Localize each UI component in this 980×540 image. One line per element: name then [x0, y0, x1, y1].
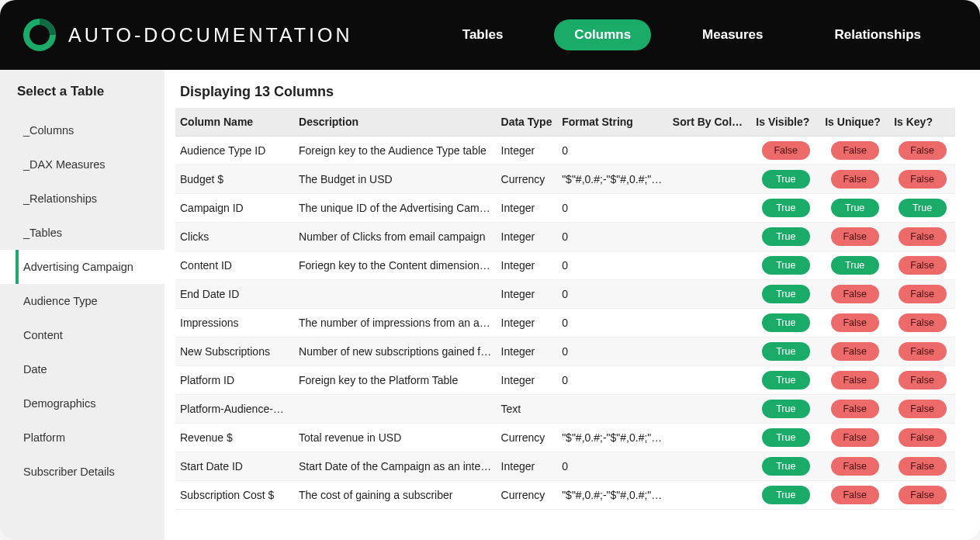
cell-name: New Subscriptions — [175, 338, 294, 366]
sidebar-item-demographics[interactable]: Demographics — [0, 386, 164, 421]
sidebar: Select a Table _Columns_DAX Measures_Rel… — [0, 70, 164, 540]
sidebar-item-date[interactable]: Date — [0, 352, 164, 386]
cell-dtype: Currency — [497, 165, 558, 194]
cell-vis: False — [751, 137, 820, 165]
col-header-desc[interactable]: Description — [294, 108, 497, 137]
sidebar-item--columns[interactable]: _Columns — [0, 113, 164, 147]
sidebar-list: _Columns_DAX Measures_Relationships_Tabl… — [0, 113, 164, 489]
sidebar-item--dax-measures[interactable]: _DAX Measures — [0, 147, 164, 182]
cell-dtype: Integer — [497, 137, 558, 165]
cell-fmt: 0 — [557, 366, 668, 395]
nav-item-tables[interactable]: Tables — [442, 19, 524, 50]
cell-uniq: False — [820, 309, 889, 338]
nav-item-columns[interactable]: Columns — [554, 19, 651, 50]
vis-pill: True — [762, 256, 810, 275]
table-row[interactable]: Subscription Cost $The cost of gaining a… — [175, 481, 955, 510]
uniq-pill: False — [831, 486, 879, 504]
brand-text: AUTO-DOCUMENTATION — [68, 24, 352, 47]
key-pill: False — [899, 371, 947, 389]
col-header-key[interactable]: Is Key? — [889, 108, 955, 137]
table-row[interactable]: Budget $The Budget in USDCurrency"$"#,0.… — [175, 165, 955, 194]
cell-desc: Start Date of the Campaign as an integer — [294, 452, 497, 481]
col-header-uniq[interactable]: Is Unique? — [820, 108, 889, 137]
cell-sort — [668, 280, 752, 309]
body-layout: Select a Table _Columns_DAX Measures_Rel… — [0, 70, 980, 540]
cell-vis: True — [751, 194, 820, 223]
table-row[interactable]: End Date IDInteger0TrueFalseFalse — [175, 280, 955, 309]
header-bar: AUTO-DOCUMENTATION TablesColumnsMeasures… — [0, 0, 980, 70]
table-row[interactable]: Platform IDForeign key to the Platform T… — [175, 366, 955, 395]
uniq-pill: False — [831, 457, 879, 476]
cell-key: False — [889, 280, 955, 309]
cell-fmt: 0 — [557, 338, 668, 366]
uniq-pill: True — [831, 199, 879, 217]
cell-name: Clicks — [175, 223, 294, 251]
cell-uniq: False — [820, 165, 889, 194]
table-row[interactable]: ImpressionsThe number of impressions fro… — [175, 309, 955, 338]
uniq-pill: False — [831, 400, 879, 418]
cell-fmt: "$"#,0.#;-"$"#,0.#;"$... — [557, 165, 668, 194]
key-pill: False — [899, 400, 947, 418]
cell-name: Subscription Cost $ — [175, 481, 294, 510]
sidebar-item-platform[interactable]: Platform — [0, 421, 164, 455]
col-header-dtype[interactable]: Data Type — [497, 108, 558, 137]
col-header-name[interactable]: Column Name — [175, 108, 294, 137]
cell-vis: True — [751, 395, 820, 424]
key-pill: True — [899, 199, 947, 217]
uniq-pill: False — [831, 371, 879, 389]
cell-sort — [668, 395, 752, 424]
uniq-pill: False — [831, 313, 879, 332]
col-header-fmt[interactable]: Format String — [557, 108, 668, 137]
table-row[interactable]: Revenue $Total revenue in USDCurrency"$"… — [175, 424, 955, 452]
nav-item-measures[interactable]: Measures — [682, 19, 783, 50]
cell-fmt: "$"#,0.#;-"$"#,0.#;"$... — [557, 481, 668, 510]
cell-name: End Date ID — [175, 280, 294, 309]
sidebar-item-subscriber-details[interactable]: Subscriber Details — [0, 455, 164, 489]
sidebar-item-advertising-campaign[interactable]: Advertising Campaign — [0, 250, 164, 284]
key-pill: False — [899, 141, 947, 160]
top-nav: TablesColumnsMeasuresRelationships — [442, 19, 941, 50]
cell-desc: The Budget in USD — [294, 165, 497, 194]
nav-item-relationships[interactable]: Relationships — [815, 19, 941, 50]
table-row[interactable]: New SubscriptionsNumber of new subscript… — [175, 338, 955, 366]
table-row[interactable]: Content IDForiegn key to the Content dim… — [175, 251, 955, 280]
cell-dtype: Integer — [497, 366, 558, 395]
uniq-pill: False — [831, 285, 879, 303]
vis-pill: True — [762, 428, 810, 447]
cell-name: Content ID — [175, 251, 294, 280]
cell-uniq: False — [820, 395, 889, 424]
cell-desc: Total revenue in USD — [294, 424, 497, 452]
table-row[interactable]: Audience Type IDForeign key to the Audie… — [175, 137, 955, 165]
cell-desc: Number of Clicks from email campaign — [294, 223, 497, 251]
cell-key: False — [889, 338, 955, 366]
table-header-row: Column Name Description Data Type Format… — [175, 108, 955, 137]
sidebar-item--tables[interactable]: _Tables — [0, 216, 164, 250]
table-row[interactable]: Platform-Audience-C...TextTrueFalseFalse — [175, 395, 955, 424]
vis-pill: True — [762, 486, 810, 504]
cell-vis: True — [751, 251, 820, 280]
sidebar-item-audience-type[interactable]: Audience Type — [0, 284, 164, 318]
col-header-sort[interactable]: Sort By Column — [668, 108, 752, 137]
table-row[interactable]: Start Date IDStart Date of the Campaign … — [175, 452, 955, 481]
cell-uniq: False — [820, 280, 889, 309]
cell-uniq: False — [820, 223, 889, 251]
vis-pill: True — [762, 227, 810, 246]
uniq-pill: False — [831, 227, 879, 246]
cell-name: Start Date ID — [175, 452, 294, 481]
sidebar-title: Select a Table — [0, 84, 164, 113]
sidebar-item--relationships[interactable]: _Relationships — [0, 182, 164, 216]
sidebar-item-content[interactable]: Content — [0, 318, 164, 352]
table-row[interactable]: Campaign IDThe unique ID of the Advertis… — [175, 194, 955, 223]
uniq-pill: False — [831, 170, 879, 189]
key-pill: False — [899, 342, 947, 361]
uniq-pill: True — [831, 256, 879, 275]
key-pill: False — [899, 227, 947, 246]
col-header-vis[interactable]: Is Visible? — [751, 108, 820, 137]
table-row[interactable]: ClicksNumber of Clicks from email campai… — [175, 223, 955, 251]
cell-dtype: Integer — [497, 251, 558, 280]
cell-vis: True — [751, 366, 820, 395]
cell-key: True — [889, 194, 955, 223]
cell-dtype: Integer — [497, 452, 558, 481]
cell-name: Impressions — [175, 309, 294, 338]
cell-fmt: 0 — [557, 223, 668, 251]
